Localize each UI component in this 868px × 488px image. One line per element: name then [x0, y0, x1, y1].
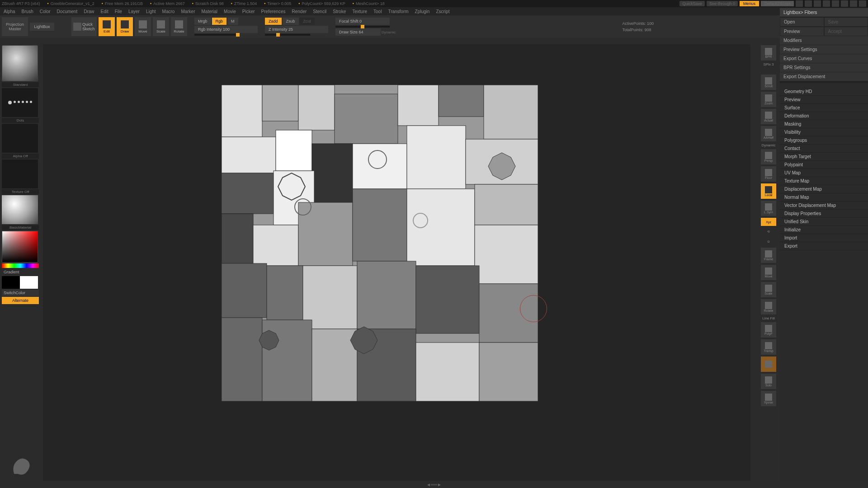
aahalf-button[interactable]: AAHalf	[761, 126, 776, 141]
close-icon[interactable]	[859, 0, 866, 7]
polyf-button[interactable]: PolyF	[761, 322, 776, 338]
xpose-button[interactable]: Xpose	[761, 391, 776, 406]
section-initialize[interactable]: Initialize	[780, 226, 868, 234]
section-contact[interactable]: Contact	[780, 145, 868, 153]
draw-size-slider[interactable]: Draw Size 64	[335, 28, 381, 36]
bpr-settings-section[interactable]: BPR Settings	[780, 63, 868, 72]
menu-layer[interactable]: Layer	[128, 9, 140, 14]
center-button[interactable]: ⊙	[761, 238, 776, 246]
persp-button[interactable]: Persp	[761, 149, 776, 164]
layout-icon[interactable]	[805, 0, 812, 7]
menu-preferences[interactable]: Preferences	[261, 9, 286, 14]
section-display-properties[interactable]: Display Properties	[780, 210, 868, 218]
projection-master-button[interactable]: Projection Master	[2, 17, 28, 36]
accept-button[interactable]: Accept	[824, 27, 868, 36]
alternate-button[interactable]: Alternate	[2, 297, 39, 304]
menu-movie[interactable]: Movie	[224, 9, 236, 14]
solo-button[interactable]: Solo	[761, 374, 776, 389]
default-zscript[interactable]: DefaultZScript	[761, 1, 794, 6]
quicksave-button[interactable]: QuickSave	[679, 1, 705, 6]
section-vector-displacement-map[interactable]: Vector Displacement Map	[780, 202, 868, 210]
open-button[interactable]: Open	[780, 17, 824, 27]
section-export[interactable]: Export	[780, 242, 868, 250]
switch-color-button[interactable]: SwitchColor	[2, 290, 39, 296]
ghost-button[interactable]	[761, 357, 776, 372]
section-polypaint[interactable]: Polypaint	[780, 161, 868, 169]
drag-handle[interactable]: ◄══►	[426, 482, 442, 487]
primary-color-swatch[interactable]	[20, 276, 38, 289]
menu-light[interactable]: Light	[146, 9, 156, 14]
mrgb-button[interactable]: Mrgb	[194, 18, 211, 25]
menu-material[interactable]: Material	[202, 9, 218, 14]
menu-stroke[interactable]: Stroke	[333, 9, 346, 14]
menu-render[interactable]: Render	[292, 9, 307, 14]
zoom-button[interactable]: Zoom	[761, 92, 776, 107]
move-mode-button[interactable]: Move	[135, 17, 151, 36]
section-masking[interactable]: Masking	[780, 120, 868, 128]
menu-edit[interactable]: Edit	[101, 9, 108, 14]
rotate-mode-button[interactable]: Rotate	[171, 17, 187, 36]
section-surface[interactable]: Surface	[780, 104, 868, 112]
m-button[interactable]: M	[227, 18, 238, 25]
section-unified-skin[interactable]: Unified Skin	[780, 218, 868, 226]
menu-color[interactable]: Color	[40, 9, 51, 14]
gradient-toggle[interactable]: Gradient	[2, 269, 39, 275]
menu-texture[interactable]: Texture	[352, 9, 367, 14]
actual-button[interactable]: Actual	[761, 109, 776, 124]
viewport[interactable]	[43, 44, 750, 481]
preview-button[interactable]: Preview	[780, 27, 824, 36]
menu-macro[interactable]: Macro	[162, 9, 175, 14]
menu-tool[interactable]: Tool	[373, 9, 382, 14]
modifiers-section[interactable]: Modifiers	[780, 36, 868, 45]
section-displacement-map[interactable]: Displacement Map	[780, 185, 868, 193]
menu-transform[interactable]: Transform	[388, 9, 408, 14]
section-morph-target[interactable]: Morph Target	[780, 153, 868, 161]
menu-picker[interactable]: Picker	[242, 9, 255, 14]
dynamic-label[interactable]: Dynamic	[382, 30, 396, 34]
edit-mode-button[interactable]: Edit	[99, 17, 115, 36]
save-button[interactable]: Save	[824, 17, 868, 27]
menu-zplugin[interactable]: Zplugin	[415, 9, 430, 14]
zadd-button[interactable]: Zadd	[265, 18, 282, 25]
brush-selector[interactable]	[2, 45, 38, 81]
hue-strip[interactable]	[2, 263, 39, 268]
rotate-button[interactable]: Rotate	[761, 299, 776, 314]
z-intensity-slider[interactable]: Z Intensity 25	[265, 26, 328, 33]
rot-button[interactable]: ⟲	[761, 228, 776, 236]
xyz-button[interactable]: Xyz	[761, 218, 776, 226]
section-texture-map[interactable]: Texture Map	[780, 177, 868, 185]
menu-marker[interactable]: Marker	[181, 9, 195, 14]
texture-selector[interactable]	[2, 160, 38, 188]
panel-breadcrumb[interactable]: Lightbox> Fibers	[780, 8, 868, 17]
rgb-button[interactable]: Rgb	[212, 18, 227, 25]
zsub-button[interactable]: Zsub	[283, 18, 299, 25]
section-normal-map[interactable]: Normal Map	[780, 193, 868, 202]
menu-zscript[interactable]: Zscript	[436, 9, 449, 14]
export-displacement-section[interactable]: Export Displacement	[780, 72, 868, 81]
bpr-button[interactable]: BPR	[761, 45, 776, 61]
floor-button[interactable]: Floor	[761, 166, 776, 182]
frame-button[interactable]: Frame	[761, 248, 776, 263]
stroke-selector[interactable]	[2, 88, 38, 117]
menu-document[interactable]: Document	[57, 9, 78, 14]
preview-settings-section[interactable]: Preview Settings	[780, 45, 868, 54]
local-button[interactable]: Local	[761, 183, 776, 199]
draw-mode-button[interactable]: Draw	[117, 17, 133, 36]
layout-icon[interactable]	[814, 0, 821, 7]
seethrough-slider[interactable]: See-through 0	[707, 1, 738, 6]
move-button[interactable]: Move	[761, 265, 776, 280]
section-import[interactable]: Import	[780, 234, 868, 242]
spix-slider[interactable]: SPix 3	[763, 62, 774, 66]
zcut-button[interactable]: Zcut	[300, 18, 315, 25]
material-selector[interactable]	[2, 195, 38, 224]
section-visibility[interactable]: Visibility	[780, 128, 868, 136]
section-uv-map[interactable]: UV Map	[780, 169, 868, 177]
restore-icon[interactable]	[850, 0, 857, 7]
scroll-button[interactable]: Scroll	[761, 75, 776, 90]
scale-button[interactable]: Scale	[761, 282, 776, 297]
rgb-intensity-slider[interactable]: Rgb Intensity 100	[194, 26, 258, 33]
transp-button[interactable]: Transp	[761, 339, 776, 355]
menu-stencil[interactable]: Stencil	[313, 9, 326, 14]
menu-file[interactable]: File	[115, 9, 122, 14]
scale-mode-button[interactable]: Scale	[153, 17, 169, 36]
